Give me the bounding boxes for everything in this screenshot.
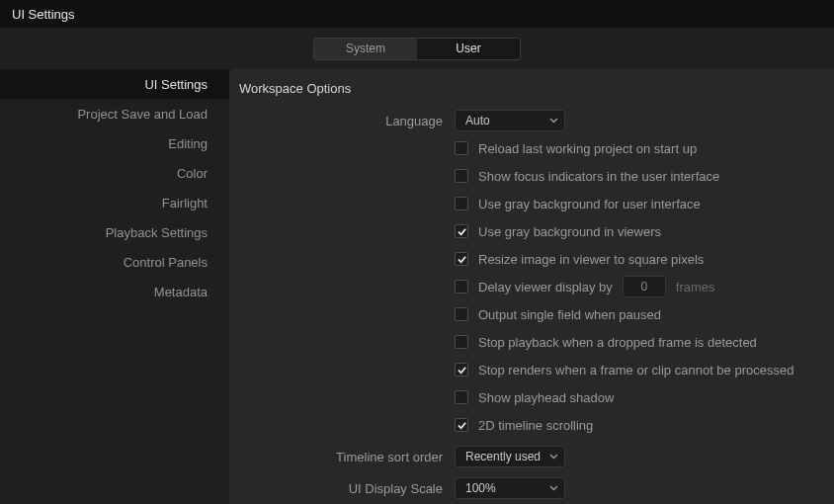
sidebar-item-ui-settings[interactable]: UI Settings [0,69,229,99]
sidebar-item-label: UI Settings [144,77,208,92]
sidebar-item-project-save[interactable]: Project Save and Load [0,99,229,128]
sort-order-label: Timeline sort order [229,450,455,464]
sidebar-item-metadata[interactable]: Metadata [0,277,229,306]
sidebar-item-editing[interactable]: Editing [0,128,229,158]
delay-frames-unit: frames [676,280,715,294]
language-select-value: Auto [465,114,490,127]
content-header: Workspace Options [229,81,834,110]
checkbox-gray-viewers[interactable] [455,224,468,238]
sidebar-item-fairlight[interactable]: Fairlight [0,188,229,217]
content-panel: Workspace Options Language Auto Reload l… [229,69,834,504]
top-tab-bar: System User [0,28,834,69]
language-select[interactable]: Auto [455,110,565,131]
sort-order-select-value: Recently used [465,450,541,463]
checkbox-gray-ui-label: Use gray background for user interface [478,197,701,211]
sidebar-item-label: Playback Settings [106,225,208,240]
sidebar-item-label: Control Panels [124,255,208,270]
sidebar-item-control-panels[interactable]: Control Panels [0,247,229,277]
sidebar-item-playback[interactable]: Playback Settings [0,217,229,247]
window-title: UI Settings [12,7,75,22]
checkbox-playhead-shadow-label: Show playhead shadow [478,390,614,405]
checkbox-output-single[interactable] [455,307,468,321]
sidebar-item-label: Color [177,166,208,181]
checkbox-focus-indicators[interactable] [455,169,468,183]
checkbox-delay-display[interactable] [455,280,468,294]
checkbox-resize-square-label: Resize image in viewer to square pixels [478,252,704,267]
checkbox-output-single-label: Output single field when paused [478,307,661,322]
checkbox-stop-renders-label: Stop renders when a frame or clip cannot… [478,363,793,378]
display-scale-select[interactable]: 100% [455,477,565,499]
checkbox-gray-ui[interactable] [455,197,468,210]
chevron-down-icon [549,485,558,491]
delay-frames-input[interactable]: 0 [623,276,666,297]
sidebar: UI Settings Project Save and Load Editin… [0,69,229,504]
checkbox-delay-display-label: Delay viewer display by [478,280,613,294]
checkbox-stop-renders[interactable] [455,363,468,377]
checkbox-reload-project-label: Reload last working project on start up [478,141,697,156]
checkbox-playhead-shadow[interactable] [455,390,468,404]
display-scale-label: UI Display Scale [229,481,455,496]
checkbox-stop-dropped[interactable] [455,335,468,349]
language-label: Language [229,114,455,128]
chevron-down-icon [549,454,558,460]
sidebar-item-label: Project Save and Load [77,107,208,122]
checkbox-resize-square[interactable] [455,252,468,266]
sidebar-item-label: Editing [168,136,208,151]
checkbox-timeline-scroll-label: 2D timeline scrolling [478,418,593,433]
checkbox-timeline-scroll[interactable] [455,418,468,432]
checkbox-stop-dropped-label: Stop playback when a dropped frame is de… [478,335,757,350]
sort-order-select[interactable]: Recently used [455,446,565,467]
checkbox-gray-viewers-label: Use gray background in viewers [478,224,661,239]
top-tab-group: System User [313,38,521,60]
title-bar: UI Settings [0,0,834,28]
chevron-down-icon [549,118,558,124]
tab-system[interactable]: System [314,39,417,59]
tab-user[interactable]: User [417,39,520,59]
sidebar-item-label: Metadata [154,285,208,299]
sidebar-item-label: Fairlight [162,196,208,210]
sidebar-item-color[interactable]: Color [0,158,229,188]
display-scale-select-value: 100% [465,481,496,495]
checkbox-reload-project[interactable] [455,141,468,155]
checkbox-focus-indicators-label: Show focus indicators in the user interf… [478,169,719,184]
